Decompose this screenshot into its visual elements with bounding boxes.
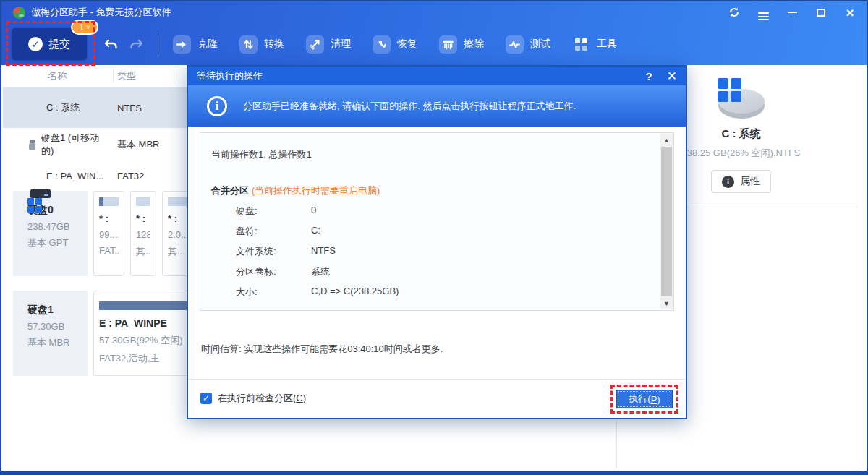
disk0-partition-2[interactable]: * : 128... 其... — [130, 191, 156, 276]
pending-count-badge[interactable]: 1˅ — [71, 20, 98, 35]
time-estimate-text: 时间估算: 实现这些操作可能需要花03:40:10时间或者更多. — [201, 343, 443, 356]
disk0-row: 硬盘0 238.47GB 基本 GPT * : 99.... FAT... * … — [13, 191, 194, 276]
disk1-info[interactable]: 硬盘1 57.30GB 基本 MBR — [13, 291, 88, 376]
scroll-down-icon[interactable]: ▼ — [660, 297, 673, 309]
partition-pie-icon — [716, 78, 767, 119]
dialog-close-icon[interactable]: ✕ — [667, 70, 677, 82]
refresh-icon[interactable] — [725, 4, 744, 20]
usb-icon — [29, 140, 35, 150]
execute-highlight-box: 执行(P) — [610, 385, 678, 414]
dialog-info-banner: i 分区助手已经准备就绪, 请确认下面的操作. 然后点击执行按钮让程序正式地工作… — [188, 85, 686, 127]
column-name[interactable]: 名称 — [3, 69, 111, 82]
execute-button[interactable]: 执行(P) — [616, 390, 673, 408]
operation-field: 盘符: C: — [211, 225, 660, 238]
operations-summary: 当前操作数1, 总操作数1 — [211, 148, 660, 161]
checkbox-label: 在执行前检查分区(C) — [218, 392, 306, 405]
toolbar-button-clean[interactable]: 清理 — [306, 35, 351, 54]
app-logo-icon — [13, 7, 25, 19]
app-window: 傲梅分区助手 - 免费无损分区软件 × ✓ 提交 1˅ — [0, 0, 868, 475]
dialog-titlebar[interactable]: 等待执行的操作 ? ✕ — [188, 67, 686, 85]
app-header: 傲梅分区助手 - 免费无损分区软件 × ✓ 提交 1˅ — [1, 1, 867, 65]
toolbar-button-test[interactable]: 测试 — [506, 35, 550, 54]
menu-icon[interactable] — [754, 4, 773, 20]
scrollbar[interactable]: ▲ ▼ — [660, 134, 673, 309]
dialog-footer-divider — [188, 379, 686, 380]
column-type[interactable]: 类型 — [111, 69, 136, 82]
toolbar-button-tools[interactable]: 工具 — [572, 35, 617, 54]
maximize-button[interactable] — [812, 4, 830, 20]
list-item-disk1[interactable]: 硬盘1 (可移动的) 基本 MBR — [3, 128, 188, 161]
disk0-partition-1[interactable]: * : 99.... FAT... — [93, 191, 124, 276]
partition-tree-panel: 名称 类型 C : 系统 NTFS 硬盘1 (可移动的) 基本 MBR E : … — [3, 65, 188, 190]
pending-operations-dialog: 等待执行的操作 ? ✕ i 分区助手已经准备就绪, 请确认下面的操作. 然后点击… — [187, 65, 687, 419]
disk0-info[interactable]: 硬盘0 238.47GB 基本 GPT — [13, 191, 88, 276]
clean-icon — [306, 35, 324, 54]
check-partitions-checkbox[interactable]: ✓ 在执行前检查分区(C) — [200, 392, 306, 405]
toolbar: ✓ 提交 1˅ — [1, 23, 867, 65]
window-title: 傲梅分区助手 - 免费无损分区软件 — [31, 6, 171, 19]
operations-list[interactable]: 当前操作数1, 总操作数1 合并分区 (当前操作执行时需要重启电脑) 硬盘: 0… — [200, 132, 674, 311]
operation-field: 分区卷标: 系统 — [211, 265, 660, 278]
recover-icon — [373, 35, 391, 54]
list-item-c-system[interactable]: C : 系统 NTFS — [3, 87, 188, 128]
checkbox-checked-icon[interactable]: ✓ — [200, 393, 212, 404]
list-header: 名称 类型 — [3, 65, 188, 87]
close-button[interactable]: × — [841, 4, 859, 20]
erase-icon — [439, 35, 457, 54]
tools-icon — [572, 35, 590, 54]
toolbar-button-recover[interactable]: 恢复 — [373, 35, 417, 54]
operation-field: 文件系统: NTFS — [211, 245, 660, 258]
help-icon[interactable]: ? — [646, 70, 652, 82]
properties-button[interactable]: i 属性 — [711, 170, 771, 193]
minimize-button[interactable] — [783, 4, 801, 20]
operation-field: 大小: C,D => C(238.25GB) — [211, 286, 660, 299]
scroll-up-icon[interactable]: ▲ — [660, 134, 673, 146]
list-item-e-pawinpe[interactable]: E : PA_WIN... FAT32 — [3, 161, 188, 190]
scrollbar-thumb[interactable] — [661, 147, 672, 296]
toolbar-divider — [158, 32, 158, 56]
operation-title: 合并分区 (当前操作执行时需要重启电脑) — [211, 184, 660, 197]
toolbar-button-erase[interactable]: 擦除 — [439, 35, 484, 54]
check-circle-icon: ✓ — [28, 37, 43, 51]
test-icon — [506, 35, 524, 54]
dialog-info-text: 分区助手已经准备就绪, 请确认下面的操作. 然后点击执行按钮让程序正式地工作. — [243, 100, 576, 113]
undo-icon[interactable] — [103, 35, 120, 53]
info-circle-icon: i — [207, 96, 227, 116]
titlebar: 傲梅分区助手 - 免费无损分区软件 × — [1, 1, 867, 23]
toolbar-button-clone[interactable]: 克隆 — [173, 35, 218, 54]
info-icon: i — [722, 176, 734, 188]
convert-icon — [239, 35, 258, 54]
clone-icon — [173, 35, 191, 54]
operation-field: 硬盘: 0 — [211, 205, 660, 218]
dialog-title: 等待执行的操作 — [197, 69, 263, 82]
toolbar-button-convert[interactable]: 转换 — [239, 35, 284, 54]
redo-icon[interactable] — [127, 35, 145, 53]
